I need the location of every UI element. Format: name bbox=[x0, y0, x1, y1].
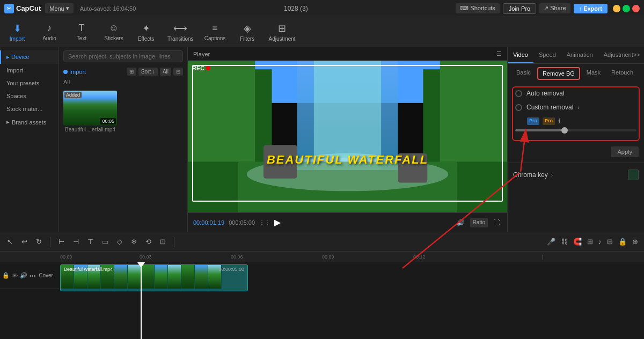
ruler-spacer bbox=[0, 252, 59, 262]
tab-speed[interactable]: Speed bbox=[533, 47, 561, 63]
top-right-actions: ⌨ Shortcuts Join Pro ↗ Share ↑ Export bbox=[456, 3, 640, 14]
app-name: CapCut bbox=[16, 4, 41, 12]
left-panel: ▸ Device Import Your presets Spaces Stoc… bbox=[0, 47, 59, 232]
chroma-color-swatch[interactable] bbox=[628, 170, 639, 180]
slider-thumb[interactable] bbox=[561, 127, 568, 134]
play-button[interactable]: ▶ bbox=[274, 217, 281, 227]
fullscreen-button[interactable]: ⛶ bbox=[491, 218, 502, 227]
grid-view-button[interactable]: ⊞ bbox=[127, 68, 136, 76]
close-button[interactable] bbox=[632, 5, 640, 12]
freeze-button[interactable]: ❄ bbox=[128, 236, 140, 247]
sidebar-item-presets[interactable]: Your presets bbox=[0, 77, 58, 90]
join-pro-button[interactable]: Join Pro bbox=[503, 3, 536, 14]
custom-removal-radio[interactable] bbox=[515, 104, 522, 111]
media-thumb-item[interactable]: Added 00:05 Beautiful ...erfall.mp4 bbox=[63, 91, 117, 132]
toolbar-text[interactable]: T Text bbox=[71, 23, 92, 41]
subtab-removebg[interactable]: Remove BG bbox=[537, 67, 580, 80]
toolbar-captions[interactable]: ≡ Captions bbox=[204, 23, 226, 41]
sort-button[interactable]: Sort ↕ bbox=[138, 68, 158, 76]
tab-video[interactable]: Video bbox=[508, 47, 533, 63]
lock-track-button[interactable]: 🔒 bbox=[2, 272, 10, 279]
effects-icon: ✦ bbox=[142, 23, 150, 34]
magnet-button[interactable]: 🧲 bbox=[572, 236, 583, 247]
auto-removal-row: Auto removal bbox=[515, 90, 636, 97]
link-button[interactable]: ⛓ bbox=[559, 236, 569, 247]
toolbar-audio[interactable]: ♪ Audio bbox=[39, 23, 60, 41]
sidebar-item-spaces[interactable]: Spaces bbox=[0, 90, 58, 102]
all-filter-button[interactable]: All bbox=[160, 68, 171, 76]
split-button[interactable]: ⊢ bbox=[56, 236, 67, 247]
keyboard-icon: ⌨ bbox=[460, 5, 469, 11]
toolbar-stickers[interactable]: ☺ Stickers bbox=[103, 23, 125, 41]
search-input[interactable] bbox=[63, 50, 183, 62]
filter-options-button[interactable]: ⊟ bbox=[173, 68, 183, 76]
media-panel: Import ⊞ Sort ↕ All ⊟ All Added 00:05 Be… bbox=[59, 47, 188, 232]
sidebar-item-device[interactable]: ▸ Device bbox=[0, 50, 58, 64]
split2-button[interactable]: ⊣ bbox=[70, 236, 82, 247]
auto-removal-radio[interactable] bbox=[515, 90, 522, 97]
subtab-mask[interactable]: Mask bbox=[582, 67, 605, 80]
undo-button[interactable]: ↩ bbox=[19, 236, 30, 247]
share-button[interactable]: ↗ Share bbox=[539, 3, 570, 13]
thumbnail-image: Added 00:05 bbox=[63, 91, 117, 126]
mic-button[interactable]: 🎤 bbox=[545, 236, 557, 247]
text-icon: T bbox=[79, 23, 85, 34]
split-track-button[interactable]: ⊞ bbox=[586, 236, 595, 247]
hide-track-button[interactable]: 👁 bbox=[12, 272, 18, 279]
zoom-fit-button[interactable]: ⊕ bbox=[631, 236, 640, 247]
top-bar: ✂ CapCut Menu ▾ Auto-saved: 16:04:50 102… bbox=[0, 0, 644, 17]
info-icon: ℹ bbox=[558, 117, 561, 125]
chroma-key-row[interactable]: Chroma key › bbox=[508, 166, 644, 183]
transform-button[interactable]: ⟲ bbox=[143, 236, 154, 247]
redo-button[interactable]: ↻ bbox=[33, 236, 45, 247]
mute-track-button[interactable]: 🔊 bbox=[20, 272, 27, 279]
timeline-body: 🔒 👁 🔊 ••• Cover 00:00 00:03 00:06 00:09 … bbox=[0, 252, 644, 339]
time-mark-12: 00:12 bbox=[413, 254, 426, 260]
added-badge: Added bbox=[64, 92, 82, 98]
toolbar-effects[interactable]: ✦ Effects bbox=[135, 23, 157, 42]
player-menu-icon: ☰ bbox=[496, 50, 502, 57]
version-display: 1028 (3) bbox=[140, 5, 451, 12]
delete-button[interactable]: ⊤ bbox=[85, 236, 96, 247]
minimize-button[interactable] bbox=[613, 5, 620, 12]
maximize-button[interactable] bbox=[623, 5, 630, 12]
import-dot-icon bbox=[63, 70, 68, 74]
toolbar-adjustment[interactable]: ⊞ Adjustment bbox=[269, 23, 296, 42]
crop-button[interactable]: ▭ bbox=[99, 236, 111, 247]
video-clip[interactable]: Beautiful waterfall.mp4 00:00:05:00 bbox=[60, 264, 248, 291]
menu-button[interactable]: Menu ▾ bbox=[45, 3, 74, 13]
current-time: 00:00:01:19 bbox=[193, 219, 224, 226]
apply-button[interactable]: Apply bbox=[611, 146, 639, 157]
shortcuts-button[interactable]: ⌨ Shortcuts bbox=[456, 3, 500, 13]
toolbar-transitions[interactable]: ⟷ Transitions bbox=[167, 23, 194, 42]
player-header: Player ☰ bbox=[188, 47, 507, 61]
detach-button[interactable]: ⊟ bbox=[605, 236, 614, 247]
subtab-basic[interactable]: Basic bbox=[512, 67, 535, 80]
tool-bar: ⬇ Import ♪ Audio T Text ☺ Stickers ✦ Eff… bbox=[0, 17, 644, 47]
brand-label: Brand assets bbox=[12, 119, 46, 126]
removal-slider-row bbox=[515, 129, 636, 131]
tab-adjustment[interactable]: Adjustment>> bbox=[598, 47, 644, 63]
removal-slider[interactable] bbox=[515, 129, 636, 131]
toolbar-filters[interactable]: ◈ Filters bbox=[237, 23, 258, 42]
cover-label: Cover bbox=[38, 272, 54, 278]
sidebar-item-brand[interactable]: ▸ Brand assets bbox=[0, 115, 58, 129]
tab-animation[interactable]: Animation bbox=[561, 47, 598, 63]
toolbar-import[interactable]: ⬇ Import bbox=[6, 23, 28, 42]
lock-button[interactable]: 🔒 bbox=[617, 236, 628, 247]
captions-icon: ≡ bbox=[212, 23, 218, 34]
more-options-button[interactable]: ••• bbox=[30, 272, 36, 279]
subtab-retouch[interactable]: Retouch bbox=[607, 67, 638, 80]
fit-button[interactable]: ⊡ bbox=[157, 236, 169, 247]
audio-label: Audio bbox=[42, 35, 56, 41]
export-button[interactable]: ↑ Export bbox=[574, 4, 608, 13]
sidebar-item-stock[interactable]: Stock mater... bbox=[0, 102, 58, 115]
audio-track-button[interactable]: ♪ bbox=[597, 236, 604, 247]
keyframe-button[interactable]: ◇ bbox=[114, 236, 125, 247]
window-controls bbox=[613, 5, 640, 12]
import-button[interactable]: Import bbox=[63, 69, 86, 75]
select-tool[interactable]: ↖ bbox=[4, 236, 16, 247]
volume-button[interactable]: 🔊 bbox=[455, 218, 467, 227]
ratio-button[interactable]: Ratio bbox=[470, 218, 488, 227]
sidebar-item-import[interactable]: Import bbox=[0, 64, 58, 77]
